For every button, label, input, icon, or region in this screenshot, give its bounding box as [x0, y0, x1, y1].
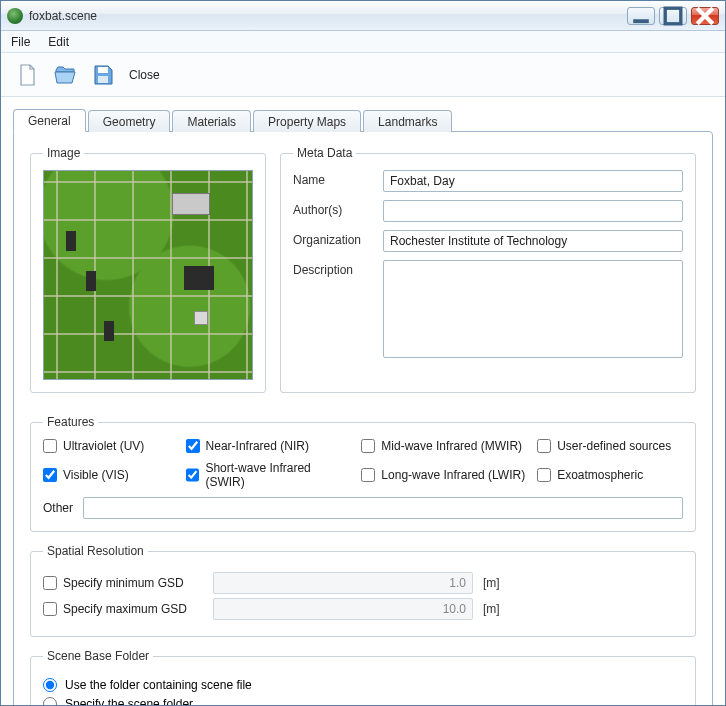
checkbox-max-gsd-input[interactable]: [43, 602, 57, 616]
radio-use-containing-input[interactable]: [43, 678, 57, 692]
folder-open-icon[interactable]: [49, 59, 81, 91]
menu-file[interactable]: File: [11, 35, 30, 49]
authors-field[interactable]: [383, 200, 683, 222]
menubar: File Edit: [1, 31, 725, 53]
features-legend: Features: [43, 415, 98, 429]
checkbox-vis[interactable]: Visible (VIS): [43, 461, 176, 489]
image-legend: Image: [43, 146, 84, 160]
name-field[interactable]: [383, 170, 683, 192]
metadata-legend: Meta Data: [293, 146, 356, 160]
window-title: foxbat.scene: [29, 9, 623, 23]
checkbox-nir[interactable]: Near-Infrared (NIR): [186, 439, 352, 453]
checkbox-swir[interactable]: Short-wave Infrared (SWIR): [186, 461, 352, 489]
spatial-legend: Spatial Resolution: [43, 544, 148, 558]
checkbox-swir-input[interactable]: [186, 468, 200, 482]
organization-field[interactable]: [383, 230, 683, 252]
min-gsd-field: [213, 572, 473, 594]
max-gsd-field: [213, 598, 473, 620]
checkbox-mwir[interactable]: Mid-wave Infrared (MWIR): [361, 439, 527, 453]
checkbox-uv[interactable]: Ultraviolet (UV): [43, 439, 176, 453]
toolbar: Close: [1, 53, 725, 97]
toolbar-close-label[interactable]: Close: [129, 68, 160, 82]
checkbox-lwir-input[interactable]: [361, 468, 375, 482]
checkbox-exo-input[interactable]: [537, 468, 551, 482]
features-other-label: Other: [43, 501, 73, 515]
checkbox-user-sources[interactable]: User-defined sources: [537, 439, 683, 453]
client-area: General Geometry Materials Property Maps…: [1, 97, 725, 705]
tab-materials[interactable]: Materials: [172, 110, 251, 132]
radio-use-containing[interactable]: Use the folder containing scene file: [43, 678, 683, 692]
scene-base-folder-fieldset: Scene Base Folder Use the folder contain…: [30, 649, 696, 705]
new-document-icon[interactable]: [11, 59, 43, 91]
menu-edit[interactable]: Edit: [48, 35, 69, 49]
radio-specify-folder-input[interactable]: [43, 697, 57, 705]
description-label: Description: [293, 260, 373, 277]
checkbox-min-gsd-input[interactable]: [43, 576, 57, 590]
tab-landmarks[interactable]: Landmarks: [363, 110, 452, 132]
scene-preview-image: [43, 170, 253, 380]
checkbox-mwir-input[interactable]: [361, 439, 375, 453]
svg-rect-4: [98, 67, 108, 73]
titlebar: foxbat.scene: [1, 1, 725, 31]
checkbox-vis-input[interactable]: [43, 468, 57, 482]
base-folder-legend: Scene Base Folder: [43, 649, 153, 663]
description-field[interactable]: [383, 260, 683, 358]
checkbox-exoatmospheric[interactable]: Exoatmospheric: [537, 461, 683, 489]
radio-specify-folder[interactable]: Specify the scene folder: [43, 697, 683, 705]
checkbox-user-input[interactable]: [537, 439, 551, 453]
tabpanel-general: Image Meta Data Name Author(s) Organizat…: [13, 131, 713, 705]
spatial-resolution-fieldset: Spatial Resolution Specify minimum GSD […: [30, 544, 696, 637]
svg-rect-1: [665, 8, 681, 24]
checkbox-min-gsd[interactable]: Specify minimum GSD: [43, 576, 203, 590]
minimize-button[interactable]: [627, 7, 655, 25]
organization-label: Organization: [293, 230, 373, 247]
checkbox-lwir[interactable]: Long-wave Infrared (LWIR): [361, 461, 527, 489]
tab-geometry[interactable]: Geometry: [88, 110, 171, 132]
app-icon: [7, 8, 23, 24]
tabstrip: General Geometry Materials Property Maps…: [13, 107, 713, 131]
tab-property-maps[interactable]: Property Maps: [253, 110, 361, 132]
save-icon[interactable]: [87, 59, 119, 91]
checkbox-max-gsd[interactable]: Specify maximum GSD: [43, 602, 203, 616]
checkbox-nir-input[interactable]: [186, 439, 200, 453]
authors-label: Author(s): [293, 200, 373, 217]
features-fieldset: Features Ultraviolet (UV) Near-Infrared …: [30, 415, 696, 532]
app-window: foxbat.scene File Edit Close General Geo…: [0, 0, 726, 706]
features-other-field[interactable]: [83, 497, 683, 519]
close-button[interactable]: [691, 7, 719, 25]
max-gsd-unit: [m]: [483, 602, 500, 616]
metadata-fieldset: Meta Data Name Author(s) Organization De…: [280, 146, 696, 393]
maximize-button[interactable]: [659, 7, 687, 25]
name-label: Name: [293, 170, 373, 187]
svg-rect-5: [98, 76, 108, 83]
image-fieldset: Image: [30, 146, 266, 393]
min-gsd-unit: [m]: [483, 576, 500, 590]
checkbox-uv-input[interactable]: [43, 439, 57, 453]
tab-general[interactable]: General: [13, 109, 86, 132]
